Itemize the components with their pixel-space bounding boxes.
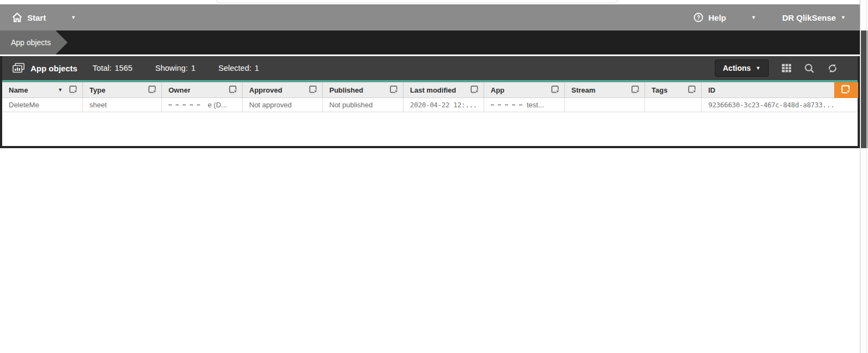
cell-stream (565, 98, 645, 112)
filter-icon[interactable] (551, 86, 560, 95)
cell-id: 92366630-3c23-467c-848d-a8733... (702, 98, 858, 112)
qmc-top-bar: Start ▼ ? Help ▼ DR QlikSense ▼ (0, 4, 860, 31)
showing-stat: Showing:1 (155, 64, 196, 72)
help-menu[interactable]: ? Help ▼ (694, 13, 756, 22)
column-header-app[interactable]: App (484, 82, 565, 98)
column-header-name[interactable]: Name ▼ (2, 82, 83, 98)
panel-toolbar: App objects Total:1565 Showing:1 Selecte… (2, 56, 858, 80)
actions-button[interactable]: Actions ▼ (715, 59, 769, 77)
cell-last-modified: 2020-04-22 12:... (403, 98, 484, 112)
chevron-down-icon: ▼ (751, 15, 756, 20)
window-edge (866, 0, 867, 353)
filter-icon[interactable] (631, 86, 641, 95)
cell-tags (645, 98, 702, 112)
chevron-down-icon: ▼ (71, 15, 76, 20)
filter-icon-active[interactable] (834, 82, 858, 98)
home-icon (12, 13, 22, 22)
help-label: Help (708, 13, 726, 22)
filter-icon[interactable] (148, 86, 158, 95)
redacted-text (168, 104, 203, 106)
browser-omnibox-bottom (215, 0, 619, 3)
column-header-tags[interactable]: Tags (645, 82, 702, 98)
filter-icon[interactable] (688, 86, 697, 95)
filter-icon[interactable] (309, 86, 318, 95)
user-label: DR QlikSense (782, 13, 836, 22)
panel-title: App objects (31, 64, 77, 73)
start-label: Start (27, 13, 46, 22)
cell-type: sheet (83, 98, 162, 112)
app-objects-table: Name ▼ Type Owner (2, 82, 858, 112)
cell-owner: e (D... (162, 98, 243, 112)
column-header-last-modified[interactable]: Last modified (403, 82, 484, 98)
svg-text:?: ? (697, 15, 700, 21)
filter-icon[interactable] (390, 86, 399, 95)
search-icon[interactable] (804, 63, 815, 74)
column-header-stream[interactable]: Stream (565, 82, 645, 98)
table-row[interactable]: DeleteMe sheet e (D... Not approved Not … (2, 98, 858, 112)
breadcrumb-label: App objects (11, 38, 51, 47)
chevron-down-icon: ▼ (756, 66, 761, 71)
column-header-type[interactable]: Type (83, 82, 162, 98)
user-menu[interactable]: DR QlikSense ▼ (782, 13, 846, 22)
column-header-owner[interactable]: Owner (162, 82, 243, 98)
column-header-approved[interactable]: Approved (243, 82, 323, 98)
total-stat: Total:1565 (93, 64, 132, 72)
refresh-icon[interactable] (827, 63, 838, 74)
table-header-row: Name ▼ Type Owner (2, 82, 858, 98)
start-menu[interactable]: Start ▼ (0, 13, 76, 22)
column-header-published[interactable]: Published (323, 82, 403, 98)
selected-stat: Selected:1 (219, 64, 260, 72)
breadcrumb-tab-app-objects[interactable]: App objects (0, 31, 68, 54)
cell-published: Not published (323, 98, 403, 112)
cell-approved: Not approved (243, 98, 323, 112)
redacted-text (491, 104, 522, 106)
cell-name: DeleteMe (2, 98, 83, 112)
breadcrumb-bar: App objects (0, 31, 860, 54)
browser-top-strip (0, 0, 868, 4)
help-icon: ? (694, 13, 703, 22)
filter-icon[interactable] (69, 86, 79, 95)
app-objects-icon (12, 63, 25, 74)
filter-icon[interactable] (471, 86, 480, 95)
cell-app: test... (484, 98, 565, 112)
chevron-down-icon: ▼ (841, 15, 846, 20)
column-selector-icon[interactable] (781, 63, 792, 73)
app-objects-panel: App objects Total:1565 Showing:1 Selecte… (0, 56, 860, 148)
filter-icon[interactable] (229, 86, 238, 95)
column-header-id[interactable]: ID (702, 82, 858, 98)
sort-desc-icon: ▼ (58, 87, 63, 93)
